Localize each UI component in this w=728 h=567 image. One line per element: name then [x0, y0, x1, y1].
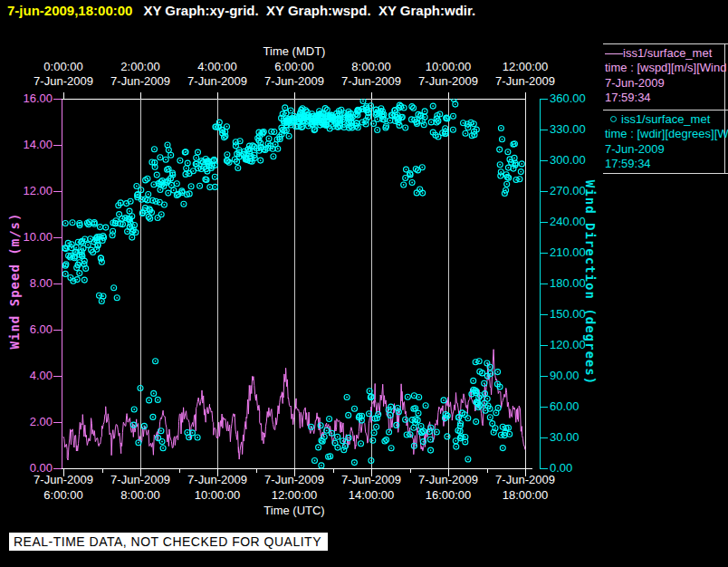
right-tick-label: 0.00	[550, 462, 604, 475]
legend-entry-wdir-name: iss1/surface_met	[605, 112, 710, 126]
right-tick-label: 210.00	[550, 246, 604, 259]
legend-entry-wdir-date: 7-Jun-2009	[605, 142, 665, 156]
top-axis-tick	[448, 92, 449, 99]
right-axis-tick	[541, 407, 548, 408]
left-axis-tick	[53, 330, 62, 331]
legend-separator	[603, 110, 728, 111]
right-axis-tick	[541, 345, 548, 346]
app-window: 7-jun-2009,18:00:00XY Graph:xy-grid. XY …	[0, 0, 728, 567]
top-axis-tick	[525, 92, 526, 99]
left-tick-label: 2.00	[5, 416, 53, 428]
legend-entry-wdir-time: 17:59:34	[605, 157, 651, 170]
legend-text: iss1/surface_met	[623, 46, 712, 60]
left-axis-tick	[53, 422, 62, 423]
left-axis-tick	[53, 99, 62, 100]
left-axis-tick	[53, 145, 62, 146]
legend-entry-wspd-name: iss1/surface_met	[605, 46, 712, 60]
right-tick-label: 360.00	[550, 92, 604, 105]
top-axis-tick	[371, 92, 372, 99]
right-axis-tick	[541, 437, 548, 438]
left-axis-tick	[53, 468, 62, 469]
legend-text: iss1/surface_met	[621, 112, 710, 126]
legend-separator	[603, 173, 728, 174]
left-axis-tick	[53, 191, 62, 192]
legend-entry-wdir-variable: time : [wdir][degrees][Wind	[605, 127, 728, 140]
top-tick-time-label: 12:00:00	[480, 60, 570, 73]
legend-entry-wspd-time: 17:59:34	[605, 91, 651, 104]
left-axis-tick	[53, 237, 62, 238]
right-axis-tick	[541, 284, 548, 284]
wspd-line-symbol-icon	[605, 53, 623, 54]
right-tick-label: 90.00	[550, 370, 604, 382]
right-axis-tick	[541, 376, 548, 377]
left-tick-label: 14.00	[5, 139, 53, 151]
wdir-marker-symbol-icon	[610, 116, 617, 122]
top-axis-tick	[140, 92, 141, 99]
legend-entry-wspd-date: 7-Jun-2009	[605, 76, 665, 90]
bottom-tick-time-label: 18:00:00	[480, 488, 570, 502]
top-axis-tick	[294, 92, 295, 99]
right-axis-tick	[541, 130, 548, 130]
left-axis-tick	[53, 376, 62, 377]
left-tick-label: 16.00	[5, 92, 53, 105]
right-tick-label: 30.00	[550, 431, 604, 444]
right-axis-tick	[541, 160, 548, 161]
left-axis-tick	[53, 284, 62, 284]
legend-separator	[603, 43, 728, 44]
right-tick-label: 270.00	[550, 185, 604, 197]
right-tick-label: 180.00	[550, 277, 604, 290]
left-tick-label: 8.00	[5, 277, 53, 290]
top-axis-tick	[63, 92, 64, 99]
right-tick-label: 150.00	[550, 308, 604, 321]
wdir-scatter-series	[62, 99, 525, 468]
right-tick-label: 120.00	[550, 339, 604, 351]
right-tick-label: 330.00	[550, 123, 604, 136]
left-tick-label: 10.00	[5, 231, 53, 244]
right-tick-label: 300.00	[550, 154, 604, 167]
right-axis-tick	[541, 99, 548, 100]
top-axis-tick	[217, 92, 218, 99]
plot-data-layer	[62, 99, 541, 474]
right-axis-tick	[541, 468, 548, 469]
top-tick-date-label: 7-Jun-2009	[480, 74, 570, 88]
left-tick-label: 0.00	[5, 462, 53, 475]
right-axis-tick	[541, 253, 548, 254]
right-tick-label: 60.00	[550, 400, 604, 413]
left-tick-label: 6.00	[5, 323, 53, 336]
right-axis-tick	[541, 314, 548, 315]
legend-entry-wspd-variable: time : [wspd][m/s][Wind	[605, 61, 726, 74]
right-axis-tick	[541, 191, 548, 192]
right-axis-tick	[541, 222, 548, 223]
right-tick-label: 240.00	[550, 216, 604, 228]
bottom-tick-date-label: 7-Jun-2009	[480, 473, 570, 486]
quality-status-banner: REAL-TIME DATA, NOT CHECKED FOR QUALITY	[9, 533, 328, 551]
left-tick-label: 4.00	[5, 370, 53, 382]
left-tick-label: 12.00	[5, 185, 53, 197]
